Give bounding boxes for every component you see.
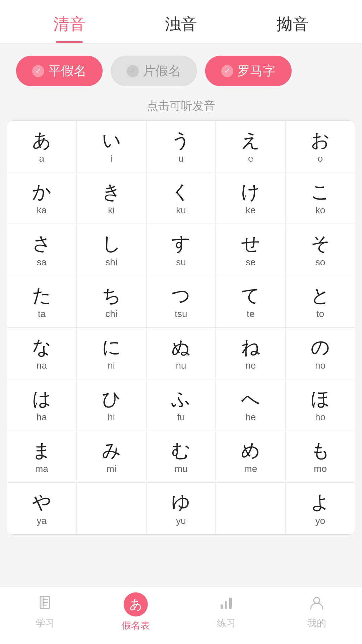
kana-char: ち [102, 284, 121, 307]
grid-cell-5-3[interactable]: へhe [216, 379, 286, 431]
kana-roman: ne [245, 360, 256, 371]
tab-dakuon[interactable]: 浊音 [125, 13, 237, 43]
grid-cell-7-4[interactable]: よyo [286, 483, 355, 534]
svg-rect-6 [225, 601, 227, 609]
kana-char: よ [311, 491, 330, 513]
kana-roman: te [247, 309, 254, 319]
grid-cell-4-1[interactable]: にni [77, 328, 146, 379]
kana-char: み [102, 439, 121, 462]
kana-char: お [311, 129, 330, 151]
kana-char: し [102, 232, 121, 255]
kana-roman: hi [108, 412, 115, 423]
grid-row-2: さsaしshiすsuせseそso [7, 224, 355, 276]
kana-roman: ni [108, 360, 115, 371]
grid-cell-6-2[interactable]: むmu [146, 431, 216, 482]
kana-roman: tsu [175, 309, 187, 319]
kana-char: ふ [171, 387, 190, 410]
grid-cell-2-1[interactable]: しshi [77, 224, 146, 275]
kana-char: て [241, 284, 260, 307]
grid-cell-0-3[interactable]: えe [216, 121, 286, 172]
grid-cell-2-2[interactable]: すsu [146, 224, 216, 275]
grid-cell-0-1[interactable]: いi [77, 121, 146, 172]
grid-cell-3-4[interactable]: とto [286, 276, 355, 327]
kana-char: か [32, 180, 51, 203]
grid-cell-6-0[interactable]: まma [7, 431, 77, 482]
grid-cell-0-0[interactable]: あa [7, 121, 77, 172]
grid-cell-4-3[interactable]: ねne [216, 328, 286, 379]
grid-cell-6-4[interactable]: もmo [286, 431, 355, 482]
grid-cell-2-3[interactable]: せse [216, 224, 286, 275]
nav-kana[interactable]: あ 假名表 [90, 592, 181, 632]
grid-cell-6-3[interactable]: めme [216, 431, 286, 482]
kana-roman: mo [314, 464, 327, 474]
grid-cell-3-1[interactable]: ちchi [77, 276, 146, 327]
grid-cell-4-4[interactable]: のno [286, 328, 355, 379]
toggle-katakana[interactable]: ✓ 片假名 [111, 56, 197, 86]
kana-roman: ka [37, 205, 47, 216]
tab-seion[interactable]: 清音 [13, 13, 125, 43]
grid-cell-5-1[interactable]: ひhi [77, 379, 146, 431]
kana-char: く [171, 180, 190, 203]
grid-cell-1-4[interactable]: こko [286, 172, 355, 224]
grid-cell-3-0[interactable]: たta [7, 276, 77, 327]
grid-cell-1-2[interactable]: くku [146, 172, 216, 224]
grid-cell-4-0[interactable]: なna [7, 328, 77, 379]
tab-youon[interactable]: 拗音 [237, 13, 349, 43]
grid-cell-6-1[interactable]: みmi [77, 431, 146, 482]
kana-char: に [102, 336, 121, 358]
grid-cell-1-1[interactable]: きki [77, 172, 146, 224]
grid-cell-5-0[interactable]: はha [7, 379, 77, 431]
tabs-bar: 清音 浊音 拗音 [0, 0, 362, 43]
kana-char: ゆ [171, 491, 190, 513]
kana-roman: yu [176, 516, 186, 526]
nav-practice[interactable]: 练习 [181, 592, 272, 632]
kana-roman: he [245, 412, 256, 423]
toggle-romaji[interactable]: ✓ 罗马字 [205, 56, 292, 86]
toggle-bar: ✓ 平假名 ✓ 片假名 ✓ 罗马字 [0, 44, 362, 98]
grid-cell-7-0[interactable]: やya [7, 483, 77, 534]
kana-roman: o [318, 153, 323, 164]
grid-cell-2-0[interactable]: さsa [7, 224, 77, 275]
grid-cell-3-2[interactable]: つtsu [146, 276, 216, 327]
grid-cell-0-2[interactable]: うu [146, 121, 216, 172]
grid-cell-5-4[interactable]: ほho [286, 379, 355, 431]
kana-char: ほ [311, 387, 330, 410]
kana-roman: i [110, 153, 112, 164]
hint-text: 点击可听发音 [0, 98, 362, 120]
study-icon [38, 595, 53, 614]
grid-cell-4-2[interactable]: ぬnu [146, 328, 216, 379]
svg-rect-5 [221, 604, 223, 609]
mine-icon [309, 595, 324, 614]
kana-char: も [311, 439, 330, 462]
toggle-hiragana[interactable]: ✓ 平假名 [16, 56, 103, 86]
kana-roman: ta [38, 309, 46, 319]
grid-cell-1-0[interactable]: かka [7, 172, 77, 224]
kana-roman: chi [105, 309, 117, 319]
grid-cell-3-3[interactable]: てte [216, 276, 286, 327]
kana-char: え [241, 129, 260, 151]
check-romaji-icon: ✓ [221, 65, 233, 77]
kana-char: な [32, 336, 51, 358]
kana-roman: ma [35, 464, 48, 474]
grid-cell-0-4[interactable]: おo [286, 121, 355, 172]
kana-roman: so [315, 257, 325, 268]
kana-char: さ [32, 232, 51, 255]
grid-cell-2-4[interactable]: そso [286, 224, 355, 275]
grid-row-7: やyaゆyuよyo [7, 483, 355, 534]
kana-char: す [171, 232, 190, 255]
grid-cell-5-2[interactable]: ふfu [146, 379, 216, 431]
kana-char: せ [241, 232, 260, 255]
grid-cell-1-3[interactable]: けke [216, 172, 286, 224]
kana-roman: ko [315, 205, 325, 216]
kana-roman: su [176, 257, 186, 268]
nav-study[interactable]: 学习 [0, 592, 90, 632]
kana-roman: yo [315, 516, 325, 526]
kana-roman: ya [37, 516, 47, 526]
kana-char: ぬ [171, 336, 190, 358]
nav-mine[interactable]: 我的 [272, 592, 362, 632]
kana-char: き [102, 180, 121, 203]
grid-cell-7-2[interactable]: ゆyu [146, 483, 216, 534]
grid-cell-7-1 [77, 483, 146, 534]
kana-char: や [32, 491, 51, 513]
kana-roman: ku [176, 205, 186, 216]
